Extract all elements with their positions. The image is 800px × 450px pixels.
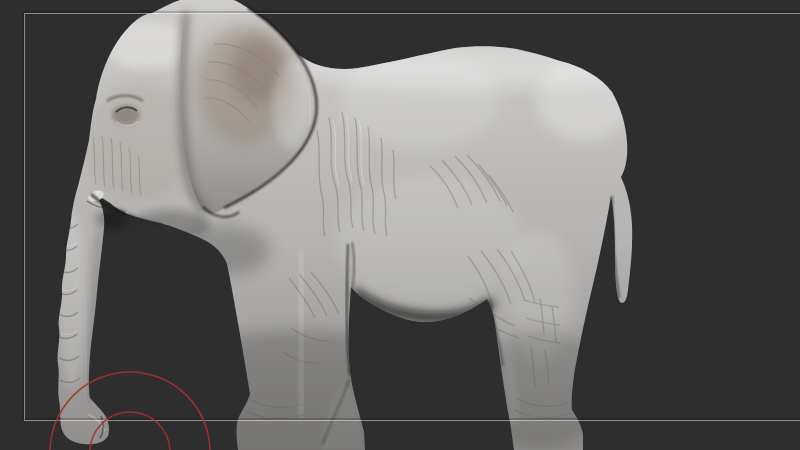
sculpting-viewport[interactable]	[0, 0, 800, 450]
canvas-3d-view[interactable]	[0, 0, 800, 450]
